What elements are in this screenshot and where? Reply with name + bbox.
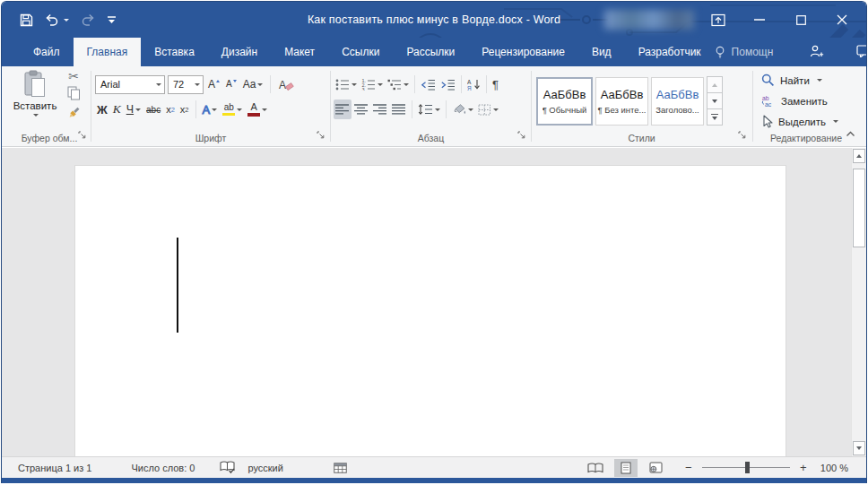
- shading-button[interactable]: [450, 100, 475, 119]
- paragraph-dialog-launcher[interactable]: [517, 131, 526, 142]
- macro-recording-button[interactable]: [334, 463, 347, 473]
- proofing-status-button[interactable]: [220, 461, 235, 474]
- share-button[interactable]: [809, 45, 824, 60]
- zoom-slider[interactable]: [702, 462, 790, 474]
- justify-button[interactable]: [390, 100, 408, 119]
- customize-qat-button[interactable]: [107, 15, 117, 24]
- tab-layout[interactable]: Макет: [271, 38, 328, 66]
- scroll-up-button[interactable]: [853, 149, 865, 163]
- font-name-combobox[interactable]: Arial: [95, 75, 165, 94]
- web-layout-button[interactable]: [645, 459, 668, 477]
- text-effects-dropdown-arrow[interactable]: [212, 108, 217, 111]
- paste-dropdown-arrow[interactable]: [33, 114, 39, 117]
- styles-scroll-up-button[interactable]: [707, 76, 723, 93]
- replace-button[interactable]: ab ac Заменить: [761, 94, 828, 108]
- select-dropdown-arrow[interactable]: [833, 120, 838, 123]
- format-painter-button[interactable]: [66, 106, 82, 123]
- scrollbar-thumb[interactable]: [853, 169, 865, 247]
- maximize-button[interactable]: [780, 2, 821, 38]
- copy-button[interactable]: [67, 86, 81, 102]
- line-spacing-button[interactable]: [416, 100, 442, 119]
- minimize-button[interactable]: [739, 2, 780, 38]
- ribbon-display-options-button[interactable]: [698, 2, 739, 38]
- shrink-font-button[interactable]: А: [224, 74, 239, 94]
- font-name-value: Arial: [100, 79, 154, 90]
- show-paragraph-marks-button[interactable]: ¶: [490, 74, 500, 94]
- cut-icon[interactable]: ✂: [68, 70, 79, 82]
- font-size-dropdown-arrow[interactable]: [195, 83, 200, 86]
- tell-me-box[interactable]: Помощн: [715, 46, 774, 59]
- tab-view[interactable]: Вид: [578, 38, 625, 66]
- font-dialog-launcher[interactable]: [317, 131, 326, 142]
- decrease-indent-button[interactable]: [419, 74, 438, 94]
- read-mode-button[interactable]: [584, 459, 607, 477]
- increase-indent-button[interactable]: [438, 74, 457, 94]
- underline-button[interactable]: Ч: [125, 100, 143, 119]
- multilevel-list-button[interactable]: [386, 74, 411, 94]
- small-separator: [461, 75, 462, 93]
- change-case-button[interactable]: Aa: [241, 74, 265, 94]
- document-page[interactable]: [75, 166, 786, 456]
- text-highlight-button[interactable]: ab: [221, 100, 244, 119]
- grow-font-button[interactable]: А: [206, 74, 221, 94]
- styles-scroll-down-button[interactable]: [707, 92, 723, 109]
- page-indicator[interactable]: Страница 1 из 1: [18, 463, 91, 473]
- style-heading1[interactable]: АаБбВв Заголово...: [651, 77, 704, 126]
- paste-button[interactable]: Вставить: [13, 70, 57, 133]
- align-right-button[interactable]: [371, 100, 389, 119]
- underline-dropdown-arrow[interactable]: [135, 108, 141, 111]
- scroll-down-button[interactable]: [853, 441, 865, 455]
- print-layout-button[interactable]: [614, 459, 638, 477]
- style-normal[interactable]: АаБбВв ¶ Обычный: [536, 77, 593, 126]
- tab-mailings[interactable]: Рассылки: [393, 38, 468, 66]
- font-size-combobox[interactable]: 72: [168, 75, 204, 94]
- zoom-in-button[interactable]: +: [797, 461, 810, 474]
- undo-button[interactable]: [45, 13, 69, 26]
- tab-design[interactable]: Дизайн: [208, 38, 271, 66]
- borders-button[interactable]: [476, 100, 500, 119]
- tab-insert[interactable]: Вставка: [141, 38, 208, 66]
- close-button[interactable]: [821, 2, 863, 38]
- clipboard-dialog-launcher[interactable]: [78, 131, 87, 142]
- subscript-button[interactable]: x2: [164, 100, 177, 119]
- font-color-dropdown-arrow[interactable]: [262, 108, 267, 111]
- zoom-level[interactable]: 100 %: [820, 463, 848, 473]
- sort-button[interactable]: А Я: [465, 74, 482, 94]
- style-no-spacing[interactable]: АаБбВв ¶ Без инте...: [595, 77, 648, 126]
- select-button[interactable]: Выделить: [761, 115, 838, 128]
- bullets-button[interactable]: [334, 74, 359, 94]
- redo-button[interactable]: [81, 13, 95, 26]
- numbering-button[interactable]: 1.2.3.: [360, 74, 385, 94]
- bold-button[interactable]: Ж: [95, 100, 109, 119]
- word-count[interactable]: Число слов: 0: [131, 463, 195, 473]
- superscript-button[interactable]: x2: [178, 100, 191, 119]
- tab-review[interactable]: Рецензирование: [468, 38, 578, 66]
- strikethrough-button[interactable]: abc: [144, 100, 162, 119]
- zoom-out-button[interactable]: −: [682, 461, 695, 474]
- font-name-dropdown-arrow[interactable]: [156, 83, 161, 86]
- collapse-ribbon-button[interactable]: [846, 128, 855, 139]
- language-indicator[interactable]: русский: [247, 463, 282, 473]
- align-center-button[interactable]: [352, 100, 370, 119]
- tab-references[interactable]: Ссылки: [328, 38, 393, 66]
- comments-button[interactable]: [856, 45, 867, 60]
- styles-gallery-more-button[interactable]: [707, 108, 723, 126]
- clear-formatting-button[interactable]: А: [276, 74, 296, 94]
- font-color-button[interactable]: А: [246, 100, 269, 119]
- tab-file[interactable]: Файл: [20, 38, 74, 66]
- styles-dialog-launcher[interactable]: [738, 131, 747, 142]
- undo-dropdown-arrow[interactable]: [64, 19, 69, 22]
- save-button[interactable]: [20, 13, 33, 27]
- zoom-slider-thumb[interactable]: [745, 462, 750, 473]
- find-dropdown-arrow[interactable]: [817, 79, 822, 82]
- text-effects-button[interactable]: А: [201, 100, 220, 119]
- tab-developer[interactable]: Разработчик: [625, 38, 715, 66]
- italic-button[interactable]: К: [111, 100, 123, 119]
- highlight-dropdown-arrow[interactable]: [237, 108, 242, 111]
- align-left-button[interactable]: [334, 100, 352, 119]
- vertical-scrollbar[interactable]: [851, 148, 866, 456]
- svg-text:А: А: [279, 79, 286, 91]
- tab-home[interactable]: Главная: [74, 38, 142, 66]
- find-button[interactable]: Найти: [761, 74, 822, 87]
- status-bar: Страница 1 из 1 Число слов: 0 русский: [2, 456, 866, 478]
